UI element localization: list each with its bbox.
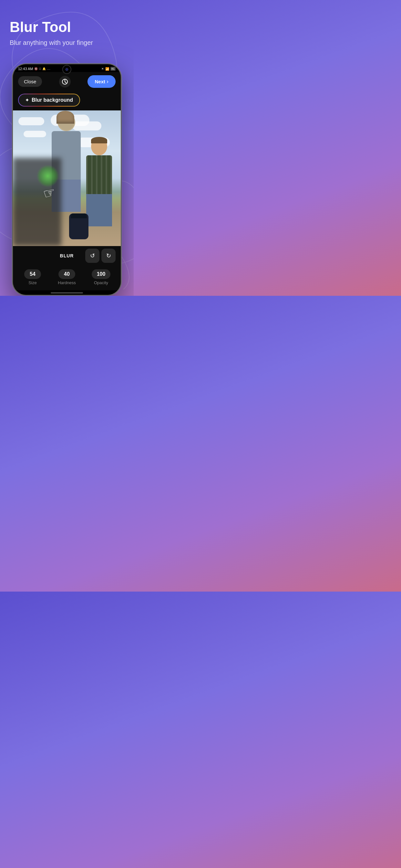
- redo-button[interactable]: ↻: [101, 249, 116, 263]
- slider-item-opacity[interactable]: 100 Opacity: [84, 269, 118, 285]
- backpack: [69, 213, 89, 239]
- cloud-1: [19, 117, 44, 125]
- status-time: 12:43 AM 🔇 □ 🔔 ...: [18, 67, 50, 71]
- slider-label-1: Hardness: [58, 280, 76, 285]
- phone-frame: 12:43 AM 🔇 □ 🔔 ... ✕ 📶 81 Cl: [12, 63, 122, 296]
- undo-redo-group: ↺ ↻: [83, 249, 116, 263]
- cloud-4: [24, 131, 46, 137]
- slider-value-1: 40: [58, 269, 75, 279]
- page-subtitle: Blur anything with your finger: [10, 38, 124, 47]
- header-section: Blur Tool Blur anything with your finger: [0, 0, 134, 57]
- app-toolbar: Close Next ›: [13, 72, 121, 91]
- slider-label-0: Size: [28, 280, 36, 285]
- blur-bg-section: ✦ Blur background: [13, 91, 121, 111]
- status-bar: 12:43 AM 🔇 □ 🔔 ... ✕ 📶 81: [13, 64, 121, 72]
- slider-label-2: Opacity: [94, 280, 108, 285]
- sparkle-icon: ✦: [25, 97, 29, 103]
- phone-bottom-bar: [13, 290, 121, 295]
- home-indicator: [51, 292, 83, 293]
- page-title: Blur Tool: [10, 20, 124, 35]
- blur-controls-bar: BLUR ↺ ↻: [13, 246, 121, 266]
- photo-canvas[interactable]: ☞: [13, 111, 121, 246]
- slider-value-2: 100: [92, 269, 111, 279]
- blur-mode-label: BLUR: [60, 253, 74, 258]
- slider-item-size[interactable]: 54 Size: [16, 269, 50, 285]
- app-logo: [59, 76, 71, 88]
- status-indicators: ✕ 📶 81: [101, 67, 116, 71]
- next-button[interactable]: Next ›: [88, 75, 116, 88]
- slider-value-0: 54: [24, 269, 41, 279]
- camera-area: [62, 65, 71, 74]
- front-camera: [62, 65, 71, 74]
- phone-mockup: 12:43 AM 🔇 □ 🔔 ... ✕ 📶 81 Cl: [12, 63, 122, 296]
- slider-item-hardness[interactable]: 40 Hardness: [50, 269, 84, 285]
- photo-background: ☞: [13, 111, 121, 246]
- undo-button[interactable]: ↺: [85, 249, 99, 263]
- camera-lens: [65, 68, 68, 71]
- close-button[interactable]: Close: [18, 76, 42, 87]
- blur-background-button: ✦ Blur background: [19, 94, 80, 106]
- blur-background-button-wrapper[interactable]: ✦ Blur background: [18, 94, 80, 106]
- sliders-section: 54 Size 40 Hardness 100 Opacity: [13, 266, 121, 290]
